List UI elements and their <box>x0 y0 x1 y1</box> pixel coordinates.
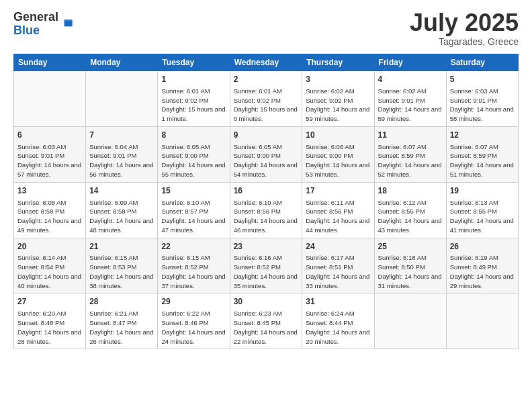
day-info: Sunrise: 6:04 AM Sunset: 9:01 PM Dayligh… <box>89 142 154 179</box>
day-info: Sunrise: 6:16 AM Sunset: 8:52 PM Dayligh… <box>234 253 299 290</box>
day-number: 26 <box>450 241 515 253</box>
calendar-cell: 13Sunrise: 6:08 AM Sunset: 8:58 PM Dayli… <box>14 182 86 238</box>
day-info: Sunrise: 6:08 AM Sunset: 8:58 PM Dayligh… <box>17 198 82 235</box>
day-number: 22 <box>161 241 226 253</box>
calendar-cell: 25Sunrise: 6:18 AM Sunset: 8:50 PM Dayli… <box>374 238 446 293</box>
calendar-week-row: 20Sunrise: 6:14 AM Sunset: 8:54 PM Dayli… <box>14 238 519 293</box>
calendar-cell: 23Sunrise: 6:16 AM Sunset: 8:52 PM Dayli… <box>230 238 302 293</box>
col-tuesday: Tuesday <box>158 54 230 71</box>
day-number: 16 <box>234 185 299 197</box>
col-sunday: Sunday <box>14 54 86 71</box>
calendar-cell: 26Sunrise: 6:19 AM Sunset: 8:49 PM Dayli… <box>446 238 518 293</box>
calendar-cell: 12Sunrise: 6:07 AM Sunset: 8:59 PM Dayli… <box>446 126 518 182</box>
calendar-cell: 18Sunrise: 6:12 AM Sunset: 8:55 PM Dayli… <box>374 182 446 238</box>
calendar-cell: 15Sunrise: 6:10 AM Sunset: 8:57 PM Dayli… <box>158 182 230 238</box>
calendar-header-row: Sunday Monday Tuesday Wednesday Thursday… <box>14 54 519 71</box>
day-info: Sunrise: 6:02 AM Sunset: 9:02 PM Dayligh… <box>306 87 370 124</box>
day-info: Sunrise: 6:12 AM Sunset: 8:55 PM Dayligh… <box>378 198 443 235</box>
day-info: Sunrise: 6:11 AM Sunset: 8:56 PM Dayligh… <box>306 198 370 235</box>
day-number: 8 <box>161 130 226 141</box>
calendar-cell: 30Sunrise: 6:23 AM Sunset: 8:45 PM Dayli… <box>230 293 302 349</box>
calendar-cell: 5Sunrise: 6:03 AM Sunset: 9:01 PM Daylig… <box>446 71 518 127</box>
calendar-cell: 6Sunrise: 6:03 AM Sunset: 9:01 PM Daylig… <box>14 126 86 182</box>
day-info: Sunrise: 6:02 AM Sunset: 9:01 PM Dayligh… <box>378 87 443 124</box>
day-number: 17 <box>306 185 370 197</box>
day-number: 19 <box>450 185 515 197</box>
month-title: July 2025 <box>410 11 519 35</box>
day-number: 7 <box>89 130 154 141</box>
day-info: Sunrise: 6:15 AM Sunset: 8:53 PM Dayligh… <box>89 253 154 290</box>
day-info: Sunrise: 6:05 AM Sunset: 9:00 PM Dayligh… <box>234 142 299 179</box>
calendar-cell: 2Sunrise: 6:01 AM Sunset: 9:02 PM Daylig… <box>230 71 302 127</box>
calendar-cell: 21Sunrise: 6:15 AM Sunset: 8:53 PM Dayli… <box>86 238 158 293</box>
col-monday: Monday <box>86 54 158 71</box>
day-info: Sunrise: 6:20 AM Sunset: 8:48 PM Dayligh… <box>17 309 82 346</box>
day-info: Sunrise: 6:01 AM Sunset: 9:02 PM Dayligh… <box>234 87 299 124</box>
day-number: 9 <box>234 130 299 141</box>
day-number: 23 <box>234 241 299 253</box>
calendar-cell: 31Sunrise: 6:24 AM Sunset: 8:44 PM Dayli… <box>302 293 374 349</box>
day-info: Sunrise: 6:10 AM Sunset: 8:56 PM Dayligh… <box>234 198 299 235</box>
day-info: Sunrise: 6:03 AM Sunset: 9:01 PM Dayligh… <box>450 87 515 124</box>
col-thursday: Thursday <box>302 54 374 71</box>
day-info: Sunrise: 6:14 AM Sunset: 8:54 PM Dayligh… <box>17 253 82 290</box>
day-number: 10 <box>306 130 370 141</box>
calendar-cell: 22Sunrise: 6:15 AM Sunset: 8:52 PM Dayli… <box>158 238 230 293</box>
day-info: Sunrise: 6:01 AM Sunset: 9:02 PM Dayligh… <box>161 87 226 124</box>
col-wednesday: Wednesday <box>230 54 302 71</box>
day-info: Sunrise: 6:18 AM Sunset: 8:50 PM Dayligh… <box>378 253 443 290</box>
day-number: 1 <box>161 74 226 85</box>
day-number: 12 <box>450 130 515 141</box>
day-info: Sunrise: 6:03 AM Sunset: 9:01 PM Dayligh… <box>17 142 82 179</box>
day-number: 20 <box>17 241 82 253</box>
day-number: 25 <box>378 241 443 253</box>
day-number: 15 <box>161 185 226 197</box>
col-saturday: Saturday <box>446 54 518 71</box>
calendar-cell: 4Sunrise: 6:02 AM Sunset: 9:01 PM Daylig… <box>374 71 446 127</box>
page-header: General Blue July 2025 Tagarades, Greece <box>13 11 519 47</box>
logo: General Blue <box>13 11 73 38</box>
day-number: 30 <box>234 296 299 308</box>
day-info: Sunrise: 6:19 AM Sunset: 8:49 PM Dayligh… <box>450 253 515 290</box>
day-number: 31 <box>306 296 370 308</box>
day-number: 21 <box>89 241 154 253</box>
day-info: Sunrise: 6:09 AM Sunset: 8:58 PM Dayligh… <box>89 198 154 235</box>
calendar-week-row: 1Sunrise: 6:01 AM Sunset: 9:02 PM Daylig… <box>14 71 519 127</box>
calendar-cell: 19Sunrise: 6:13 AM Sunset: 8:55 PM Dayli… <box>446 182 518 238</box>
calendar-table: Sunday Monday Tuesday Wednesday Thursday… <box>13 54 519 349</box>
calendar-cell: 20Sunrise: 6:14 AM Sunset: 8:54 PM Dayli… <box>14 238 86 293</box>
calendar-cell: 10Sunrise: 6:06 AM Sunset: 9:00 PM Dayli… <box>302 126 374 182</box>
calendar-cell <box>14 71 86 127</box>
calendar-cell: 29Sunrise: 6:22 AM Sunset: 8:46 PM Dayli… <box>158 293 230 349</box>
logo-blue: Blue <box>13 24 58 38</box>
day-number: 11 <box>378 130 443 141</box>
day-info: Sunrise: 6:15 AM Sunset: 8:52 PM Dayligh… <box>161 253 226 290</box>
logo-icon <box>60 17 73 31</box>
day-number: 4 <box>378 74 443 85</box>
day-number: 14 <box>89 185 154 197</box>
day-number: 2 <box>234 74 299 85</box>
day-info: Sunrise: 6:06 AM Sunset: 9:00 PM Dayligh… <box>306 142 370 179</box>
calendar-cell <box>86 71 158 127</box>
day-info: Sunrise: 6:05 AM Sunset: 9:00 PM Dayligh… <box>161 142 226 179</box>
calendar-cell <box>446 293 518 349</box>
day-info: Sunrise: 6:24 AM Sunset: 8:44 PM Dayligh… <box>306 309 370 346</box>
calendar-cell: 9Sunrise: 6:05 AM Sunset: 9:00 PM Daylig… <box>230 126 302 182</box>
page-container: General Blue July 2025 Tagarades, Greece… <box>0 0 532 411</box>
col-friday: Friday <box>374 54 446 71</box>
calendar-week-row: 27Sunrise: 6:20 AM Sunset: 8:48 PM Dayli… <box>14 293 519 349</box>
logo-general: General <box>13 11 58 24</box>
calendar-cell: 28Sunrise: 6:21 AM Sunset: 8:47 PM Dayli… <box>86 293 158 349</box>
day-info: Sunrise: 6:07 AM Sunset: 8:59 PM Dayligh… <box>450 142 515 179</box>
calendar-cell: 11Sunrise: 6:07 AM Sunset: 8:59 PM Dayli… <box>374 126 446 182</box>
day-info: Sunrise: 6:17 AM Sunset: 8:51 PM Dayligh… <box>306 253 370 290</box>
calendar-cell: 24Sunrise: 6:17 AM Sunset: 8:51 PM Dayli… <box>302 238 374 293</box>
day-info: Sunrise: 6:13 AM Sunset: 8:55 PM Dayligh… <box>450 198 515 235</box>
calendar-cell: 14Sunrise: 6:09 AM Sunset: 8:58 PM Dayli… <box>86 182 158 238</box>
day-info: Sunrise: 6:23 AM Sunset: 8:45 PM Dayligh… <box>234 309 299 346</box>
day-number: 28 <box>89 296 154 308</box>
title-block: July 2025 Tagarades, Greece <box>410 11 519 47</box>
day-number: 3 <box>306 74 370 85</box>
day-number: 5 <box>450 74 515 85</box>
day-info: Sunrise: 6:22 AM Sunset: 8:46 PM Dayligh… <box>161 309 226 346</box>
